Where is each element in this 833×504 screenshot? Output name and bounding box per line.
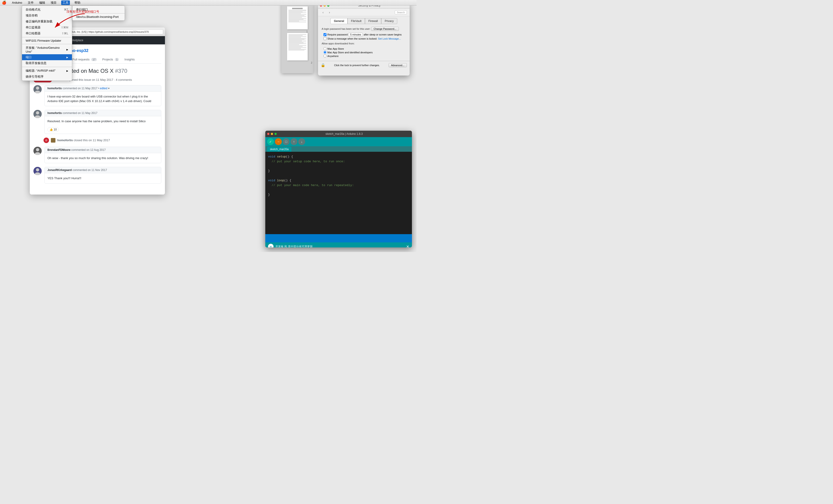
radio-mac-app-store-label: Mac App Store (327, 47, 344, 50)
menu-item-serial-plotter[interactable]: 串口绘图器 ⇧⌘L (22, 30, 72, 36)
arduino-sketch-tab[interactable]: sketch_mar20a (267, 147, 291, 152)
menu-item-autoformat[interactable]: 自动格式化 ⌘T (22, 7, 72, 12)
no-port-annotation: 没有发现开发版的端口号 (67, 9, 99, 14)
back-button[interactable]: ‹ (321, 10, 325, 15)
search-field[interactable]: Search (395, 10, 407, 15)
open-button[interactable]: ↑ (290, 138, 298, 145)
arduino-ide-window: sketch_mar20a | Arduino 1.8.3 ✓ → □ ↑ ↓ … (265, 131, 412, 247)
arduino-statusbar (265, 234, 412, 243)
menu-help[interactable]: 帮助 (74, 1, 81, 5)
comment-header-1: homofortis commented on 11 May 2017 • ed… (45, 85, 161, 92)
arduino-update-bar: ∞ 开发板 和 库中部分有可用更新 ✕ (265, 243, 412, 247)
radio-anywhere: Anywhere (324, 54, 406, 57)
menu-item-port[interactable]: 端口 (22, 54, 72, 60)
tab-firewall[interactable]: Firewall (365, 18, 381, 24)
require-password-checkbox[interactable] (324, 33, 327, 36)
tab-projects[interactable]: Projects 1 (100, 56, 122, 64)
after-sleep-label: after sleep or screen saver begins (363, 33, 402, 36)
svg-rect-7 (51, 138, 55, 143)
menu-edit[interactable]: 编辑 (38, 1, 46, 5)
comment-text-2: Resolved. In case anyone has the same pr… (45, 116, 161, 126)
svg-point-12 (36, 168, 39, 171)
login-password-row: A login password has been set for this u… (322, 27, 406, 31)
menu-item-programmer[interactable]: 编程器: "AVRISP mkII" (22, 68, 72, 74)
print-page-1: 1 (287, 6, 308, 29)
arduino-close[interactable] (267, 133, 269, 135)
show-message-label: Show a message when the screen is locked… (327, 37, 377, 40)
url-text: GitHub, Inc. [US] | https://github.com/e… (68, 30, 149, 33)
avatar-jonas (33, 167, 42, 175)
comment-author-2[interactable]: homofortis (47, 111, 62, 115)
lock-message: Click the lock to prevent further change… (334, 64, 380, 67)
radio-anywhere[interactable] (324, 54, 327, 57)
menu-item-board[interactable]: 开发板: "Arduino/Genuino Uno" (22, 45, 72, 54)
apple-menu[interactable]: 🍎 (2, 0, 6, 5)
menu-divider-3 (22, 67, 72, 67)
reaction-thumbsup[interactable]: 👍 10 (47, 127, 59, 132)
menu-project[interactable]: 项目 (50, 1, 57, 5)
address-bar[interactable]: 🔒 GitHub, Inc. [US] | https://github.com… (62, 29, 163, 34)
closed-event: ⊘ homofortis closed this on 11 May 2017 (44, 137, 161, 143)
print-preview-window: 1 (281, 2, 313, 73)
arduino-zoom[interactable] (275, 133, 277, 135)
update-bar-close[interactable]: ✕ (406, 245, 409, 248)
security-content: A login password has been set for this u… (318, 24, 410, 61)
security-footer: 🔒 Click the lock to prevent further chan… (318, 61, 410, 69)
svg-point-2 (36, 86, 39, 90)
arduino-code-editor[interactable]: void setup() { // put your setup code he… (265, 152, 412, 234)
tab-general[interactable]: General (330, 18, 348, 24)
print-lines-2 (287, 33, 308, 52)
menu-item-serial-monitor[interactable]: 串口监视器 ⇧⌘M (22, 24, 72, 30)
change-password-button[interactable]: Change Password... (371, 27, 399, 31)
radio-identified-developers[interactable] (324, 51, 327, 54)
security-privacy-window: Security & Privacy ‹ › Search General Fi… (318, 2, 410, 76)
comment-2: homofortis commented on 11 May 2017 Reso… (33, 110, 161, 134)
save-button[interactable]: ↓ (298, 138, 305, 145)
print-page-2-content (287, 33, 308, 60)
arduino-minimize[interactable] (271, 133, 273, 135)
arduino-window-title: sketch_mar20a | Arduino 1.8.3 (326, 132, 363, 135)
security-toolbar: ‹ › Search (318, 9, 410, 16)
verify-button[interactable]: ✓ (267, 138, 274, 145)
comment-body-2: homofortis commented on 11 May 2017 Reso… (44, 110, 161, 134)
avatar-1 (33, 85, 42, 93)
menu-item-archive[interactable]: 项目存档 (22, 12, 72, 19)
set-lock-message-link[interactable]: Set Lock Message... (378, 37, 401, 40)
advanced-button[interactable]: Advanced... (388, 63, 407, 67)
forward-button[interactable]: › (327, 10, 332, 15)
new-button[interactable]: □ (283, 138, 290, 145)
arduino-logo-icon: ∞ (268, 244, 273, 247)
projects-badge: 1 (115, 58, 119, 61)
menu-item-bluetooth-port[interactable]: /dev/cu.Bluetooth-Incoming-Port (72, 14, 125, 20)
menu-item-board-info[interactable]: 取得开发板信息 (22, 60, 72, 66)
menu-item-burn-bootloader[interactable]: 烧录引导程序 (22, 74, 72, 80)
closed-event-text: homofortis closed this on 11 May 2017 (57, 138, 110, 142)
comment-author-1[interactable]: homofortis (47, 87, 62, 90)
comment-author-jonas[interactable]: JonasRKirkegaard (47, 169, 72, 172)
show-message-checkbox[interactable] (324, 37, 327, 40)
require-password-dropdown[interactable]: 5 minutes (349, 33, 363, 36)
menu-arduino[interactable]: Arduino (11, 1, 23, 4)
comment-header-2: homofortis commented on 11 May 2017 (45, 110, 161, 116)
radio-app-store: Mac App Store (324, 47, 406, 50)
tab-filevault[interactable]: FileVault (348, 18, 365, 24)
avatar-brendan (33, 147, 42, 155)
radio-mac-app-store[interactable] (324, 47, 327, 50)
comment-body-1: homofortis commented on 11 May 2017 • ed… (44, 85, 161, 106)
issue-number: #370 (115, 68, 127, 74)
show-message-row: Show a message when the screen is locked… (324, 37, 406, 40)
menu-file[interactable]: 文件 (27, 1, 34, 5)
menu-item-fix-encoding[interactable]: 修正编码并重新加载 (22, 19, 72, 24)
menubar: 🍎 Arduino 文件 编辑 项目 工具 帮助 (0, 0, 416, 5)
upload-button[interactable]: → (275, 138, 282, 145)
menu-item-wifi-updater[interactable]: WiFi101 Firmware Updater (22, 38, 72, 43)
homofortis-avatar-small (51, 138, 55, 143)
comment-body-jonas: JonasRKirkegaard commented on 11 Nov 201… (44, 167, 161, 183)
print-lines (287, 6, 308, 24)
avatar-2 (33, 110, 42, 118)
tab-privacy[interactable]: Privacy (381, 18, 397, 24)
tab-pull-requests[interactable]: Pull requests 17 (70, 56, 100, 64)
comment-author-brendan[interactable]: BrendanFDMoore (47, 148, 71, 152)
menu-tools[interactable]: 工具 (61, 0, 70, 5)
tab-insights[interactable]: Insights (122, 56, 138, 64)
